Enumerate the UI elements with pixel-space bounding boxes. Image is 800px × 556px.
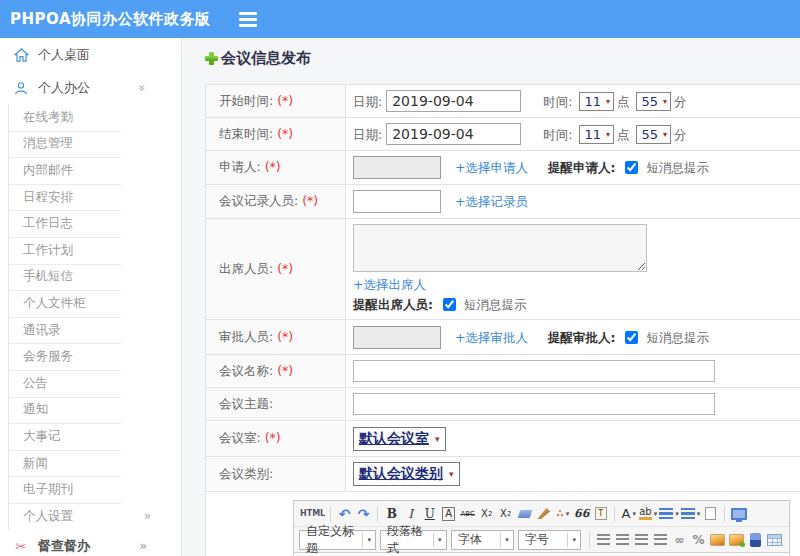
sidebar-item-personal-settings[interactable]: 个人设置 » bbox=[9, 503, 181, 530]
end-date-input[interactable] bbox=[386, 123, 521, 145]
meeting-subject-input[interactable] bbox=[353, 393, 715, 415]
insert-link-button[interactable]: ∞ bbox=[670, 530, 689, 550]
sidebar-item-supervision[interactable]: ✂ 督查督办 » bbox=[0, 530, 181, 556]
meeting-form: 开始时间:(*) 日期: 时间: 11▾点 55▾分 结束时间:(*) 日期: bbox=[205, 84, 800, 556]
select-recorder-link[interactable]: +选择记录员 bbox=[455, 194, 528, 209]
unordered-list-icon bbox=[681, 508, 695, 519]
row-meeting-room: 会议室:(*) 默认会议室 ▾ bbox=[206, 421, 800, 457]
format-painter-button[interactable] bbox=[534, 504, 553, 524]
sidebar-item-notice[interactable]: 通知 bbox=[9, 397, 181, 424]
fullscreen-button[interactable] bbox=[729, 504, 748, 524]
remove-link-button[interactable]: % bbox=[689, 530, 708, 550]
meeting-name-input[interactable] bbox=[353, 360, 715, 382]
hamburger-menu-button[interactable] bbox=[239, 11, 261, 27]
redo-icon[interactable]: ↷ bbox=[354, 504, 373, 524]
align-left-button[interactable] bbox=[594, 530, 613, 550]
dropdown-arrow-icon: ▾ bbox=[606, 97, 610, 106]
sidebar-item-news[interactable]: 新闻 bbox=[9, 450, 181, 477]
insert-image-button[interactable] bbox=[708, 530, 727, 550]
highlight-color-button[interactable]: ab▾ bbox=[638, 504, 658, 524]
approver-sms-checkbox[interactable] bbox=[625, 331, 638, 344]
insert-video-button[interactable] bbox=[746, 530, 765, 550]
underline-button[interactable]: U bbox=[420, 504, 439, 524]
approver-input[interactable] bbox=[353, 326, 441, 349]
undo-icon[interactable]: ↶ bbox=[335, 504, 354, 524]
sidebar-item-attendance[interactable]: 在线考勤 bbox=[9, 104, 181, 131]
sidebar-item-announcement[interactable]: 公告 bbox=[9, 370, 181, 397]
meeting-category-select[interactable]: 默认会议类别 ▾ bbox=[353, 462, 460, 486]
sidebar-item-label: 个人桌面 bbox=[38, 46, 90, 64]
sidebar-item-messages[interactable]: 消息管理 bbox=[9, 131, 181, 158]
start-minute-select[interactable]: 55▾ bbox=[636, 92, 671, 111]
row-meeting-name: 会议名称:(*) bbox=[206, 355, 800, 388]
subscript-button[interactable]: X2 bbox=[496, 504, 515, 524]
custom-title-combo[interactable]: 自定义标题▾ bbox=[299, 530, 376, 550]
superscript-button[interactable]: X2 bbox=[477, 504, 496, 524]
sidebar-item-work-log[interactable]: 工作日志 bbox=[9, 210, 181, 237]
sidebar-item-internal-mail[interactable]: 内部邮件 bbox=[9, 157, 181, 184]
font-color-button[interactable]: A▾ bbox=[619, 504, 638, 524]
font-family-combo[interactable]: 字体▾ bbox=[451, 530, 514, 550]
paste-text-button[interactable] bbox=[591, 504, 610, 524]
image-add-icon bbox=[729, 534, 744, 546]
recorder-input[interactable] bbox=[353, 190, 441, 213]
applicant-input[interactable] bbox=[353, 156, 441, 179]
select-applicant-link[interactable]: +选择申请人 bbox=[455, 160, 528, 175]
eraser-button[interactable] bbox=[515, 504, 534, 524]
select-approver-link[interactable]: +选择审批人 bbox=[455, 330, 528, 345]
sidebar-item-events[interactable]: 大事记 bbox=[9, 423, 181, 450]
dropdown-arrow-icon: ▾ bbox=[632, 510, 636, 518]
font-style-button[interactable]: A bbox=[442, 507, 455, 521]
sidebar-item-schedule[interactable]: 日程安排 bbox=[9, 184, 181, 211]
upload-image-button[interactable] bbox=[727, 530, 746, 550]
attendees-textarea[interactable] bbox=[353, 224, 647, 272]
align-center-button[interactable] bbox=[613, 530, 632, 550]
sidebar-item-e-journal[interactable]: 电子期刊 bbox=[9, 476, 181, 503]
editor-toolbar-row1: HTML ↶ ↷ B I U A ABC X2 X2 bbox=[294, 501, 789, 527]
unordered-list-button[interactable]: ▾ bbox=[680, 504, 702, 524]
sidebar-item-work-plan[interactable]: 工作计划 bbox=[9, 237, 181, 264]
auto-typeset-button[interactable]: ∴▾ bbox=[553, 504, 572, 524]
ordered-list-button[interactable]: ▾ bbox=[658, 504, 680, 524]
dropdown-arrow-icon: ▾ bbox=[566, 510, 570, 518]
align-justify-icon bbox=[654, 534, 667, 545]
chevron-right-icon: » bbox=[139, 539, 147, 553]
align-right-icon bbox=[635, 534, 648, 545]
dropdown-arrow-icon: ▾ bbox=[362, 533, 375, 547]
user-icon bbox=[12, 81, 30, 95]
dropdown-arrow-icon: ▾ bbox=[663, 130, 667, 139]
page-icon bbox=[705, 507, 716, 520]
video-icon bbox=[750, 533, 761, 547]
font-size-combo[interactable]: 字号▾ bbox=[518, 530, 581, 550]
dropdown-arrow-icon: ▾ bbox=[500, 533, 513, 547]
richtext-editor: HTML ↶ ↷ B I U A ABC X2 X2 bbox=[293, 500, 790, 556]
dropdown-arrow-icon: ▾ bbox=[567, 533, 580, 547]
align-center-icon bbox=[616, 534, 629, 545]
bold-button[interactable]: B bbox=[382, 504, 401, 524]
attendees-sms-checkbox[interactable] bbox=[443, 298, 456, 311]
dropdown-arrow-icon: ▾ bbox=[435, 434, 440, 444]
end-hour-select[interactable]: 11▾ bbox=[579, 125, 614, 144]
new-page-button[interactable] bbox=[701, 504, 720, 524]
spray-icon: ∴ bbox=[556, 507, 564, 520]
sidebar-item-office[interactable]: 个人办公 » bbox=[0, 71, 181, 104]
insert-table-button[interactable] bbox=[765, 530, 784, 550]
strikethrough-button[interactable]: ABC bbox=[458, 504, 477, 524]
end-minute-select[interactable]: 55▾ bbox=[636, 125, 671, 144]
paragraph-format-combo[interactable]: 段落格式▾ bbox=[380, 530, 447, 550]
sidebar-item-sms[interactable]: 手机短信 bbox=[9, 264, 181, 291]
sidebar-item-contacts[interactable]: 通讯录 bbox=[9, 317, 181, 344]
align-justify-button[interactable] bbox=[651, 530, 670, 550]
meeting-room-select[interactable]: 默认会议室 ▾ bbox=[353, 427, 446, 451]
italic-button[interactable]: I bbox=[401, 504, 420, 524]
start-date-input[interactable] bbox=[386, 90, 521, 112]
sidebar-item-file-cabinet[interactable]: 个人文件柜 bbox=[9, 290, 181, 317]
sidebar-item-desktop[interactable]: 个人桌面 bbox=[0, 38, 181, 71]
select-attendees-link[interactable]: +选择出席人 bbox=[353, 277, 426, 292]
start-hour-select[interactable]: 11▾ bbox=[579, 92, 614, 111]
sidebar-item-meeting-service[interactable]: 会务服务 bbox=[9, 343, 181, 370]
blockquote-button[interactable]: 66 bbox=[572, 504, 591, 524]
align-right-button[interactable] bbox=[632, 530, 651, 550]
html-source-button[interactable]: HTML bbox=[299, 504, 326, 524]
applicant-sms-checkbox[interactable] bbox=[625, 161, 638, 174]
